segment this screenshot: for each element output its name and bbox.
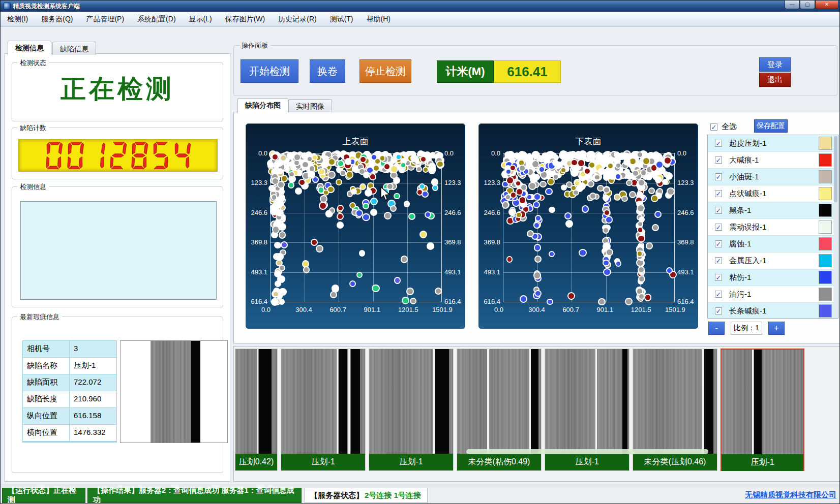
y-tick-left: 493.1 (251, 268, 267, 276)
scatter-point (322, 162, 327, 168)
scatter-point (532, 234, 537, 239)
scale-plus-button[interactable]: + (768, 322, 785, 335)
scatter-point (429, 167, 435, 173)
thumbnail-image (457, 349, 541, 454)
legend-item-10[interactable]: ✓长条碱痕-1 (708, 303, 838, 319)
thumbnail-label: 未分类(粘伤0.49) (457, 454, 541, 470)
scale-minus-button[interactable]: - (708, 322, 725, 335)
scatter-point (626, 299, 632, 304)
scatter-point (604, 243, 610, 249)
detect-info-textarea[interactable] (20, 201, 217, 300)
menu-item-4[interactable]: 显示(L) (183, 13, 219, 26)
legend-checkbox[interactable]: ✓ (715, 274, 722, 281)
legend-item-8[interactable]: ✓粘伤-1 (708, 269, 838, 286)
scatter-point (278, 276, 284, 282)
scatter-point (299, 180, 304, 184)
defect-row-label: 缺陷面积 (23, 374, 70, 391)
thumbnail-scrollbar-thumb[interactable] (466, 449, 708, 454)
legend-item-2[interactable]: ✓小油斑-1 (708, 169, 838, 185)
scatter-point (517, 189, 522, 195)
close-button[interactable]: ✕ (815, 1, 838, 9)
gridline-h (271, 183, 441, 183)
thumbnail-label: 压划-1 (281, 454, 365, 470)
menu-item-6[interactable]: 历史记录(R) (272, 13, 323, 26)
menu-item-3[interactable]: 系统配置(D) (131, 13, 182, 26)
scatter-point (432, 179, 437, 184)
legend-color-swatch (819, 187, 832, 200)
legend-checkbox[interactable]: ✓ (715, 291, 722, 298)
scatter-point (373, 286, 378, 291)
scatter-point (604, 175, 609, 180)
scatter-point (513, 200, 519, 206)
menu-item-8[interactable]: 帮助(H) (360, 13, 397, 26)
defect-image-black-band (191, 341, 201, 443)
legend-checkbox[interactable]: ✓ (715, 224, 722, 231)
x-tick: 300.4 (295, 306, 312, 313)
scatter-point (670, 272, 676, 277)
change-roll-button[interactable]: 换卷 (310, 59, 345, 83)
detect-status-value: 正在检测 (12, 72, 223, 106)
legend-item-0[interactable]: ✓起皮压划-1 (708, 135, 838, 152)
legend-checkbox[interactable]: ✓ (715, 207, 722, 214)
legend-checkbox[interactable]: ✓ (715, 156, 722, 164)
legend-checkbox[interactable]: ✓ (715, 240, 722, 247)
scatter-point (321, 196, 326, 202)
stop-detect-button[interactable]: 停止检测 (359, 59, 411, 83)
scatter-point (424, 168, 428, 172)
legend-checkbox[interactable]: ✓ (715, 140, 722, 147)
thumbnail-1[interactable]: 压划-1 (281, 349, 366, 471)
scatter-point (604, 269, 610, 275)
y-tick-left: 493.1 (484, 268, 500, 276)
status-server-state: 【服务器状态】 2号连接 1号连接 (305, 488, 428, 503)
scatter-point (649, 188, 654, 193)
legend-item-5[interactable]: ✓震动误报-1 (708, 219, 838, 236)
scatter-point (364, 204, 368, 208)
select-all-checkbox[interactable]: ✓ (710, 123, 717, 131)
thumbnail-2[interactable]: 压划-1 (369, 349, 454, 471)
legend-color-swatch (819, 220, 832, 234)
tab-defect-map[interactable]: 缺陷分布图 (237, 98, 288, 113)
app-icon (4, 3, 11, 10)
thumbnail-0[interactable]: 压划0.42) (235, 349, 278, 471)
scatter-point (585, 169, 590, 174)
legend-checkbox[interactable]: ✓ (715, 173, 722, 180)
exit-button[interactable]: 退出 (759, 73, 791, 87)
legend-item-4[interactable]: ✓黑条-1 (708, 202, 838, 219)
menu-item-7[interactable]: 测试(T) (323, 13, 360, 26)
scatter-point (616, 262, 620, 266)
login-button[interactable]: 登录 (759, 57, 791, 72)
y-tick-left: 123.3 (251, 179, 267, 186)
thumbnail-band (337, 349, 338, 454)
legend-item-6[interactable]: ✓腐蚀-1 (708, 236, 838, 253)
company-link[interactable]: 无锡精质视觉科技有限公司 (745, 490, 836, 500)
maximize-button[interactable]: ▢ (800, 1, 815, 9)
legend-checkbox[interactable]: ✓ (715, 190, 722, 197)
menu-item-2[interactable]: 产品管理(P) (79, 13, 131, 26)
menu-item-5[interactable]: 保存图片(W) (219, 13, 272, 26)
thumbnail-label: 未分类(压划0.46) (633, 454, 717, 470)
tab-detect-info[interactable]: 检测信息 (8, 41, 51, 55)
scatter-point (645, 295, 651, 300)
menu-item-1[interactable]: 服务器(Q) (35, 13, 79, 26)
legend-scrollbar-thumb[interactable] (834, 136, 837, 202)
legend-item-1[interactable]: ✓大碱痕-1 (708, 152, 838, 169)
legend-item-3[interactable]: ✓点状碱痕-1 (708, 185, 838, 202)
chart-upper-surface: 上表面 0.00.00.0123.3123.3300.4246.6246.660… (246, 123, 465, 329)
minimize-button[interactable]: — (785, 1, 800, 9)
start-detect-button[interactable]: 开始检测 (241, 59, 298, 83)
legend-item-7[interactable]: ✓金属压入-1 (708, 253, 838, 269)
scatter-point (348, 192, 352, 196)
legend-checkbox[interactable]: ✓ (715, 307, 722, 314)
legend-checkbox[interactable]: ✓ (715, 257, 722, 264)
menu-item-0[interactable]: 检测(I) (1, 13, 35, 26)
scatter-point (550, 208, 554, 212)
tab-live-image[interactable]: 实时图像 (288, 99, 332, 112)
save-config-button[interactable]: 保存配置 (754, 119, 788, 133)
legend-scrollbar[interactable] (833, 135, 838, 318)
legend-item-9[interactable]: ✓油污-1 (708, 286, 838, 303)
scatter-point (577, 186, 582, 191)
tab-defect-info[interactable]: 缺陷信息 (52, 42, 96, 55)
scatter-point (278, 182, 284, 187)
thumbnail-6[interactable]: 压划-1 (721, 349, 804, 471)
y-tick-right: 616.4 (677, 298, 694, 305)
